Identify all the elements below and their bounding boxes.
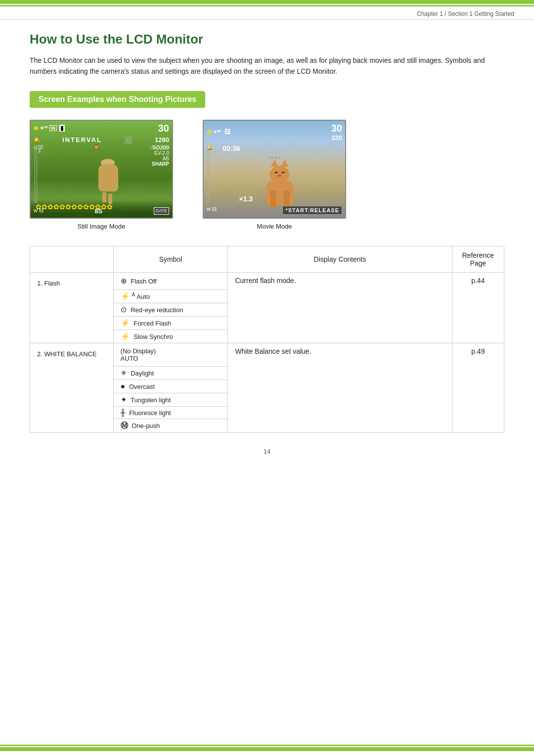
daylight-icon: ✳ (121, 369, 127, 377)
intro-text: The LCD Monitor can be used to view the … (30, 55, 504, 77)
movie-label: Movie Mode (203, 223, 346, 230)
page-number: 14 (30, 448, 504, 485)
red-eye-text: Red-eye reduction (131, 306, 183, 314)
tungsten-icon: ✦ (121, 395, 127, 404)
slow-synchro-icon: ⚡ (121, 332, 130, 340)
one-push-symbol: Ⓜ One-push (113, 419, 228, 433)
fluoresce-icon: ╫ (121, 409, 126, 417)
one-push-text: One-push (132, 422, 160, 429)
chapter-header: Chapter 1 / Section 1 Getting Started (0, 6, 534, 20)
movie-hud: ⊕ ✳ᴹᶠ 🖫 30 320 🔔 00:36 (204, 121, 345, 218)
flash-auto-icon: ⚡ (121, 292, 130, 300)
flash-auto-text: Auto (136, 293, 150, 300)
daylight-text: Daylight (131, 370, 154, 377)
flash-label: 1. Flash (30, 272, 114, 343)
still-hud: ⊕ ✳ᴹᶠ IN ▮ 30 🔔 INTERVAL ◻ 1280 (31, 121, 172, 218)
overcast-text: Overcast (129, 383, 155, 390)
movie-screen-container: ⊕ ✳ᴹᶠ 🖫 30 320 🔔 00:36 (203, 120, 346, 230)
bottom-bar-thin (0, 745, 534, 746)
still-image-label: Still Image Mode (30, 223, 173, 230)
fluoresce-symbol: ╫ Fluoresce light (113, 407, 228, 419)
movie-screen: ⊕ ✳ᴹᶠ 🖫 30 320 🔔 00:36 (203, 120, 346, 219)
overcast-symbol: ● Overcast (113, 380, 228, 393)
still-image-screen-container: ✿✿✿✿✿✿✿✿✿✿✿✿✿ ⊕ ✳ᴹᶠ IN (30, 120, 173, 230)
col-header-empty (30, 246, 114, 272)
overcast-icon: ● (121, 382, 126, 390)
still-image-screen: ✿✿✿✿✿✿✿✿✿✿✿✿✿ ⊕ ✳ᴹᶠ IN (30, 120, 173, 219)
flash-off-symbol: ⊕ Flash Off (113, 272, 228, 289)
wb-ref-page: p.49 (452, 343, 504, 433)
start-release-text: *START:RELEASE (282, 206, 342, 215)
wb-auto-text: (No Display)AUTO (121, 347, 156, 362)
wb-label: 2. WHITE BALANCE (30, 343, 114, 433)
symbol-table: Symbol Display Contents ReferencePage 1.… (30, 246, 504, 433)
flash-ref-page: p.44 (452, 272, 504, 343)
flash-display-contents: Current flash mode. (228, 272, 452, 343)
slow-synchro-symbol: ⚡ Slow Synchro (113, 330, 228, 343)
tungsten-text: Tungsten light (131, 396, 171, 404)
flash-off-text: Flash Off (131, 278, 157, 285)
flash-off-icon: ⊕ (121, 277, 127, 285)
slow-synchro-text: Slow Synchro (134, 333, 173, 340)
col-header-display-contents: Display Contents (228, 246, 452, 272)
page-title: How to Use the LCD Monitor (30, 32, 504, 47)
top-bar-thick (0, 0, 534, 4)
chapter-text: Chapter 1 / Section 1 Getting Started (417, 10, 514, 17)
col-header-symbol: Symbol (113, 246, 228, 272)
flash-auto-symbol: ⚡A Auto (113, 289, 228, 303)
fluoresce-text: Fluoresce light (129, 409, 171, 417)
forced-flash-icon: ⚡ (121, 319, 130, 327)
wb-display-contents: White Balance set value. (228, 343, 452, 433)
col-header-reference-page: ReferencePage (452, 246, 504, 272)
tungsten-symbol: ✦ Tungsten light (113, 393, 228, 407)
forced-flash-text: Forced Flash (134, 320, 171, 327)
forced-flash-symbol: ⚡ Forced Flash (113, 317, 228, 330)
screen-examples: ✿✿✿✿✿✿✿✿✿✿✿✿✿ ⊕ ✳ᴹᶠ IN (30, 120, 504, 230)
section-heading: Screen Examples when Shooting Pictures (30, 91, 205, 108)
one-push-icon: Ⓜ (121, 421, 128, 429)
table-row: 1. Flash ⊕ Flash Off Current flash mode.… (30, 272, 504, 289)
daylight-symbol: ✳ Daylight (113, 367, 228, 380)
bottom-bar-thick (0, 747, 534, 751)
wb-auto-symbol: (No Display)AUTO (113, 343, 228, 367)
red-eye-symbol: ⊙ Red-eye reduction (113, 303, 228, 317)
table-row: 2. WHITE BALANCE (No Display)AUTO White … (30, 343, 504, 367)
red-eye-icon: ⊙ (121, 305, 127, 314)
